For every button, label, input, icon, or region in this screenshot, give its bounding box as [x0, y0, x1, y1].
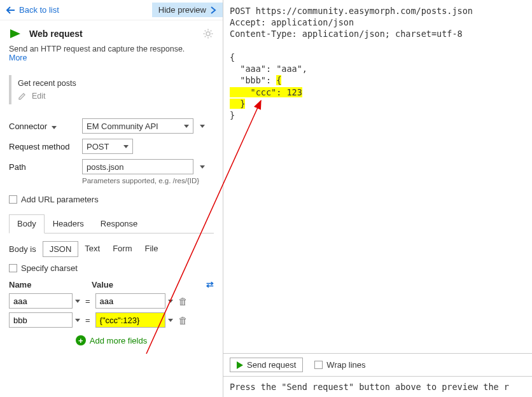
web-request-icon [9, 28, 23, 39]
equals-sign: = [85, 316, 90, 325]
bodytype-json[interactable]: JSON [43, 241, 79, 257]
back-label: Back to list [19, 5, 59, 15]
body-is-label: Body is [9, 244, 36, 254]
checkbox-icon [9, 264, 17, 272]
edit-label: Edit [32, 92, 46, 101]
bodytype-file[interactable]: File [139, 241, 165, 257]
gear-icon[interactable] [202, 28, 214, 39]
method-label: Request method [9, 142, 76, 151]
delete-row-button[interactable]: 🗑 [178, 315, 188, 326]
specify-charset-label: Specify charset [21, 263, 78, 273]
field-value-input[interactable] [95, 293, 165, 309]
add-url-params-checkbox[interactable]: Add URL parameters [9, 195, 214, 204]
connector-select[interactable]: EM Community API [82, 118, 193, 134]
tab-headers[interactable]: Headers [45, 214, 92, 233]
field-name-input[interactable] [9, 312, 73, 328]
method-select[interactable]: POST [82, 139, 133, 154]
checkbox-icon [314, 361, 323, 369]
tab-response[interactable]: Response [92, 214, 146, 233]
edit-button[interactable]: Edit [18, 92, 207, 101]
hide-preview-button[interactable]: Hide preview [152, 3, 223, 17]
delete-row-button[interactable]: 🗑 [178, 296, 188, 307]
checkbox-icon [9, 195, 17, 204]
field-row: = 🗑 [9, 293, 214, 309]
connector-label: Connector [9, 122, 76, 131]
chevron-down-icon [184, 125, 189, 128]
connector-value: EM Community API [87, 122, 158, 131]
add-more-label: Add more fields [90, 336, 147, 345]
action-subtitle: Send an HTTP request and capture the res… [9, 45, 214, 53]
action-title: Web request [29, 29, 83, 39]
value-menu-caret[interactable] [168, 319, 173, 322]
hide-preview-label: Hide preview [158, 5, 206, 15]
path-value: posts.json [87, 162, 124, 172]
path-label: Path [9, 162, 76, 172]
add-url-params-label: Add URL parameters [21, 195, 99, 204]
more-link[interactable]: More [9, 53, 214, 62]
path-hint: Parameters supported, e.g. /res/{ID} [82, 177, 214, 185]
wrap-lines-checkbox[interactable]: Wrap lines [314, 360, 365, 370]
swap-icon[interactable]: ⇄ [206, 279, 214, 289]
request-preview: POST https://community.easymorph.com/pos… [223, 0, 532, 353]
value-header: Value [92, 280, 206, 289]
plus-icon: + [76, 335, 86, 345]
name-menu-caret[interactable] [75, 300, 80, 303]
field-name-input[interactable] [9, 293, 73, 309]
path-input[interactable]: posts.json [82, 159, 193, 174]
action-name: Get recent posts [18, 79, 207, 88]
send-label: Send request [247, 360, 296, 370]
specify-charset-checkbox[interactable]: Specify charset [9, 263, 214, 273]
chevron-down-icon [123, 145, 129, 148]
wrap-lines-label: Wrap lines [326, 360, 365, 370]
field-row: = 🗑 [9, 312, 214, 328]
svg-point-0 [206, 32, 210, 36]
connector-menu-caret[interactable] [200, 125, 205, 128]
value-menu-caret[interactable] [168, 300, 173, 303]
add-more-fields-button[interactable]: + Add more fields [9, 335, 214, 345]
play-icon [237, 361, 243, 369]
equals-sign: = [85, 296, 90, 306]
tab-body[interactable]: Body [9, 214, 45, 233]
arrow-left-icon [6, 6, 15, 14]
chevron-right-icon [210, 6, 216, 14]
field-value-input[interactable] [95, 312, 165, 328]
action-name-box: Get recent posts Edit [9, 75, 214, 104]
response-preview: Press the "Send request" button above to… [223, 377, 532, 397]
pencil-icon [18, 92, 27, 101]
name-header: Name [9, 280, 92, 289]
send-request-button[interactable]: Send request [230, 358, 303, 372]
back-to-list-button[interactable]: Back to list [0, 3, 66, 17]
bodytype-text[interactable]: Text [78, 241, 106, 257]
bodytype-form[interactable]: Form [106, 241, 138, 257]
name-menu-caret[interactable] [75, 319, 80, 322]
path-menu-caret[interactable] [200, 165, 205, 169]
method-value: POST [87, 142, 109, 151]
